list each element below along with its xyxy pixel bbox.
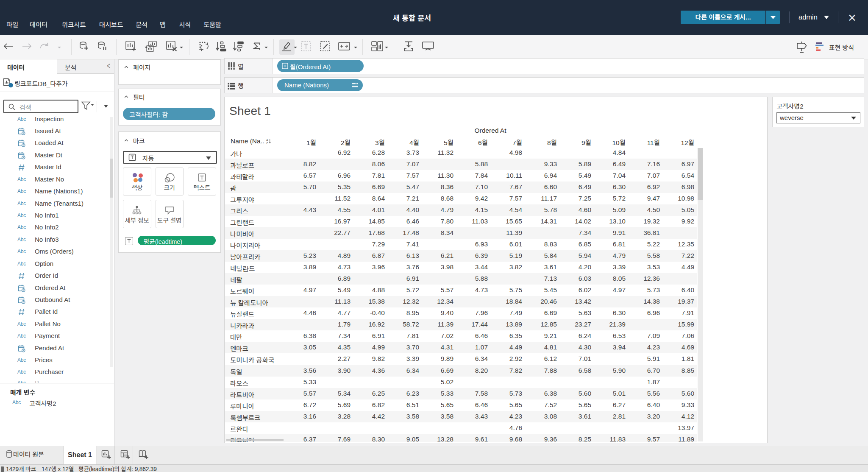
svg-text:A: A	[266, 139, 268, 142]
svg-text:Z: Z	[266, 142, 268, 145]
